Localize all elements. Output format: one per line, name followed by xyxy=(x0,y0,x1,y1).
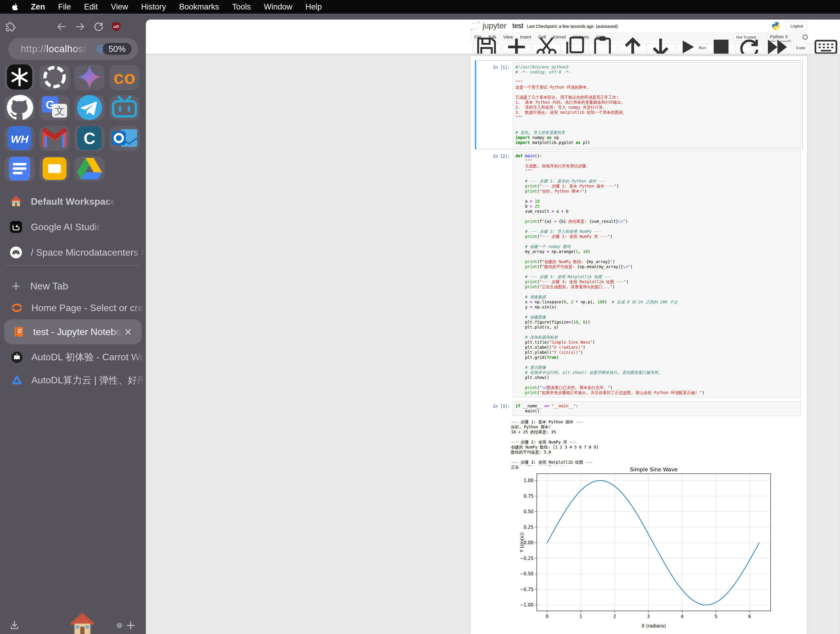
autosave-status: (autosaved) xyxy=(596,24,618,29)
forward-icon[interactable] xyxy=(74,21,86,33)
macos-menu-view[interactable]: View xyxy=(111,2,128,11)
pinned-app-gemini[interactable] xyxy=(74,65,105,90)
pinned-app-black-sparkle-app[interactable] xyxy=(5,65,35,90)
macos-menu-history[interactable]: History xyxy=(141,2,166,11)
restart-button[interactable] xyxy=(735,44,764,52)
tab-item[interactable]: AutoDL 初体验 - Carrot Worl xyxy=(0,350,146,365)
url-bar[interactable]: http://localhost:888 50% xyxy=(8,38,138,60)
save-button[interactable] xyxy=(472,44,501,52)
svg-text:1: 1 xyxy=(579,614,583,619)
google-docs-icon xyxy=(5,153,35,185)
pinned-app-github[interactable] xyxy=(5,95,35,121)
sidebar-item-space-logo[interactable]: / Space Microdatacenters for xyxy=(0,245,146,260)
notebook-book-icon xyxy=(12,325,25,339)
pinned-app-google-translate[interactable]: G文 xyxy=(39,95,69,121)
sidebar-item-house[interactable]: Default Workspace xyxy=(0,194,146,208)
code-input[interactable]: if __name__ == "__main__": main() xyxy=(513,401,801,416)
house-icon xyxy=(9,194,23,208)
notebook-toolbar: RunCodeˇ xyxy=(146,42,840,54)
pinned-app-c-app[interactable]: C xyxy=(74,126,105,151)
svg-text:文: 文 xyxy=(55,105,65,117)
downloads-icon[interactable] xyxy=(9,620,20,631)
svg-text:−1.00: −1.00 xyxy=(520,602,534,608)
apple-menu-icon[interactable] xyxy=(11,2,20,11)
macos-menu-file[interactable]: File xyxy=(58,2,71,11)
jupyter-logo-icon xyxy=(470,21,481,33)
new-tab-label: New Tab xyxy=(30,281,68,292)
checkpoint-status: Last Checkpoint: a few seconds ago xyxy=(527,24,594,29)
fast-forward-button[interactable] xyxy=(764,44,792,52)
sidebar-item-label: / Space Microdatacenters for xyxy=(31,247,146,258)
sidebar-item-ai-studio[interactable]: Google AI Studio xyxy=(0,220,146,234)
tab-label: AutoDL 初体验 - Carrot Worl xyxy=(32,351,146,364)
code-cell-3[interactable]: In [3]:if __name__ == "__main__": main() xyxy=(475,399,803,418)
tab-item[interactable]: AutoDL算力云 | 弹性、好用、 xyxy=(0,373,146,388)
svg-text:−0.75: −0.75 xyxy=(520,587,534,592)
jupyter-brand[interactable]: jupyter test Last Checkpoint: a few seco… xyxy=(470,20,618,32)
code-input[interactable]: #!/usr/bin/env python3 # -*- coding: utf… xyxy=(513,62,801,148)
pinned-app-telegram[interactable] xyxy=(74,95,105,121)
code-cell-1[interactable]: In [1]:#!/usr/bin/env python3 # -*- codi… xyxy=(475,60,803,149)
notebook-header: jupyter test Last Checkpoint: a few seco… xyxy=(146,20,840,32)
sidebar-item-label: Default Workspace xyxy=(31,196,116,207)
input-prompt: In [3]: xyxy=(477,401,513,408)
pinned-app-google-slides[interactable] xyxy=(39,156,69,181)
ai-studio-icon xyxy=(9,220,23,234)
google-slides-icon xyxy=(39,153,69,185)
macos-menu-zen[interactable]: Zen xyxy=(31,2,45,11)
code-cell-2[interactable]: In [2]:def main(): """ 主函数, 按顺序执行所有测试步骤。… xyxy=(475,149,803,399)
pinned-app-bilibili[interactable] xyxy=(109,95,140,121)
c-app-icon: C xyxy=(74,123,105,155)
svg-text:WH: WH xyxy=(11,133,29,145)
macos-menu-help[interactable]: Help xyxy=(305,2,322,11)
svg-text:−0.50: −0.50 xyxy=(520,571,534,577)
tab-active[interactable]: test - Jupyter Notebook xyxy=(4,319,142,344)
macos-menu-tools[interactable]: Tools xyxy=(232,2,251,11)
pinned-app-google-docs[interactable] xyxy=(5,156,35,181)
apple-icon[interactable] xyxy=(11,2,20,13)
pinned-app-google-drive[interactable] xyxy=(74,156,105,181)
black-sparkle-app-icon xyxy=(5,62,35,93)
pinned-app-cohere[interactable]: co xyxy=(109,65,140,90)
zen-browser-window: uO http://localhost:888 50% coG文WHC Defa… xyxy=(0,14,840,634)
stop-button[interactable] xyxy=(707,44,735,52)
svg-text:2: 2 xyxy=(613,614,616,619)
pinned-app-outlook[interactable] xyxy=(109,126,140,151)
close-tab-icon[interactable] xyxy=(122,326,134,338)
workspace-dot-icon[interactable] xyxy=(114,620,125,631)
svg-text:0: 0 xyxy=(546,614,549,619)
macos-menu-edit[interactable]: Edit xyxy=(84,2,98,11)
add-cell-button[interactable] xyxy=(502,44,531,52)
macos-menu-window[interactable]: Window xyxy=(264,2,292,11)
copy-button[interactable] xyxy=(561,44,589,52)
move-up-button[interactable] xyxy=(619,44,647,52)
paste-button[interactable] xyxy=(589,44,617,52)
move-down-button[interactable] xyxy=(647,44,674,52)
telegram-icon xyxy=(74,92,105,124)
cut-button[interactable] xyxy=(532,44,561,52)
code-input[interactable]: def main(): """ 主函数, 按顺序执行所有测试步骤。 """ # … xyxy=(513,151,801,397)
tab-label: AutoDL算力云 | 弹性、好用、 xyxy=(32,374,146,387)
cell-type-select[interactable]: Codeˇ xyxy=(793,44,810,52)
ublock-shield-icon[interactable]: uO xyxy=(110,21,122,33)
pinned-app-gmail[interactable] xyxy=(39,126,69,151)
notebook-title[interactable]: test xyxy=(513,22,523,30)
run-button[interactable]: Run xyxy=(676,44,707,52)
new-tab-button[interactable]: New Tab xyxy=(0,279,146,293)
tab-item[interactable]: Home Page - Select or create xyxy=(0,300,146,315)
autodl-icon xyxy=(10,374,24,387)
logout-button[interactable]: Logout xyxy=(786,21,807,30)
zoom-level-badge[interactable]: 50% xyxy=(103,43,132,55)
notebook-body: In [1]:#!/usr/bin/env python3 # -*- codi… xyxy=(146,54,840,634)
reload-icon[interactable] xyxy=(93,21,104,33)
extensions-puzzle-icon[interactable] xyxy=(4,21,16,33)
back-icon[interactable] xyxy=(56,21,68,33)
workspace-house-icon[interactable] xyxy=(68,610,97,634)
keyboard-button[interactable] xyxy=(812,44,840,52)
new-workspace-plus-icon[interactable] xyxy=(125,620,136,631)
output-text: --- 步骤 1: 基本 Python 操作 --- 你好, Python 脚本… xyxy=(511,420,803,470)
pinned-app-chatgpt[interactable] xyxy=(39,65,69,90)
gemini-icon xyxy=(74,62,105,93)
macos-menu-bookmarks[interactable]: Bookmarks xyxy=(179,2,219,11)
pinned-app-wh-app[interactable]: WH xyxy=(5,126,35,151)
